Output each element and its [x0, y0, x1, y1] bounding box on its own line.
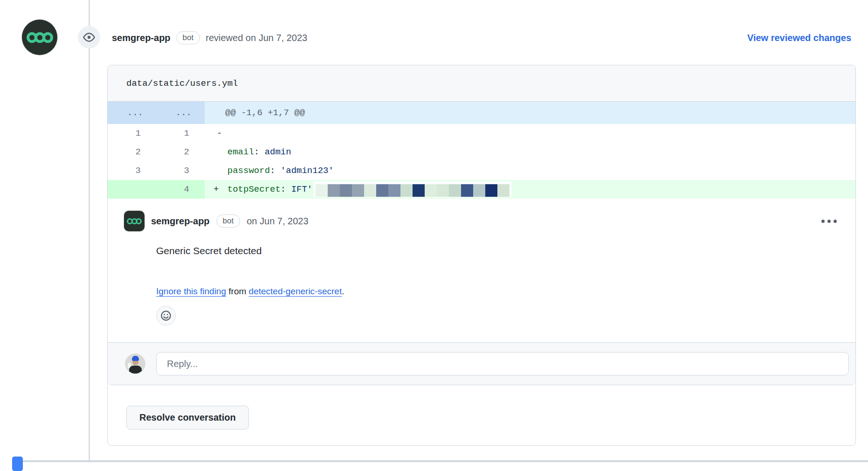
review-author[interactable]: semgrep-app: [112, 33, 171, 43]
diff-row: 33 password: 'admin123': [108, 161, 855, 180]
diff-table: ... ... @@ -1,6 +1,7 @@ 11-22 email: adm…: [108, 102, 855, 199]
diff-code-line: password: 'admin123': [205, 161, 855, 180]
reply-input[interactable]: [156, 352, 849, 375]
hunk-gutter-old: ...: [108, 102, 156, 124]
section-divider: [21, 460, 868, 462]
timeline-line: [89, 0, 90, 461]
comment-body: Generic Secret detected Ignore this find…: [156, 245, 839, 326]
comment-date: on Jun 7, 2023: [247, 216, 308, 227]
comment-author-avatar[interactable]: [124, 211, 145, 231]
semgrep-logo-icon: [127, 218, 142, 224]
diff-hunk-row: ... ... @@ -1,6 +1,7 @@: [108, 102, 855, 124]
line-number-new: 4: [156, 180, 205, 199]
resolve-conversation-button[interactable]: Resolve conversation: [126, 406, 249, 429]
ignore-finding-link[interactable]: Ignore this finding: [156, 286, 226, 296]
resolve-area: Resolve conversation: [108, 386, 249, 429]
diff-code-line: email: admin: [205, 143, 855, 161]
period-text: .: [342, 286, 344, 296]
line-number-new: 1: [156, 124, 205, 143]
hunk-header-text: @@ -1,6 +1,7 @@: [205, 102, 855, 124]
pr-review-timeline-item: semgrep-app bot reviewed on Jun 7, 2023 …: [0, 0, 868, 471]
diff-file-header[interactable]: data/static/users.yml: [108, 65, 855, 102]
line-number-old: [108, 180, 156, 199]
finding-links: Ignore this finding from detected-generi…: [156, 286, 839, 297]
diff-row: 11-: [108, 124, 855, 143]
comment-header: semgrep-app bot on Jun 7, 2023: [124, 211, 839, 231]
comment-section: semgrep-app bot on Jun 7, 2023 Generic S…: [108, 199, 855, 326]
diff-filename[interactable]: data/static/users.yml: [126, 78, 238, 89]
diff-code-line: -: [205, 124, 855, 143]
line-number-old: 3: [108, 161, 156, 180]
add-reaction-button[interactable]: [156, 306, 176, 326]
hunk-gutter-new: ...: [156, 102, 205, 124]
eye-review-icon: [78, 26, 100, 48]
bot-badge: bot: [176, 31, 200, 44]
diff-row: 4+ totpSecret: IFT': [108, 180, 855, 199]
user-avatar[interactable]: [125, 354, 145, 374]
comment-options-kebab-icon[interactable]: [820, 216, 839, 227]
review-header: semgrep-app bot reviewed on Jun 7, 2023: [112, 31, 307, 45]
diff-code-line: + totpSecret: IFT': [205, 180, 855, 199]
smiley-icon: [160, 310, 172, 321]
bot-badge: bot: [216, 215, 241, 228]
reply-section: [108, 342, 855, 385]
page-corner-marker: [12, 457, 23, 471]
line-number-new: 3: [156, 161, 205, 180]
review-action-text: reviewed on Jun 7, 2023: [206, 33, 307, 43]
redacted-secret: [314, 181, 511, 197]
diff-row: 22 email: admin: [108, 143, 855, 161]
line-number-old: 2: [108, 143, 156, 161]
line-number-new: 2: [156, 143, 205, 161]
diff-rows: 11-22 email: admin33 password: 'admin123…: [108, 124, 855, 199]
comment-author[interactable]: semgrep-app: [151, 216, 210, 227]
rule-link[interactable]: detected-generic-secret: [249, 286, 342, 296]
finding-title: Generic Secret detected: [156, 245, 839, 256]
semgrep-logo-icon: [27, 32, 53, 43]
view-reviewed-changes-link[interactable]: View reviewed changes: [747, 33, 851, 43]
from-text: from: [226, 286, 249, 296]
semgrep-bot-avatar[interactable]: [22, 20, 57, 55]
review-thread-card: data/static/users.yml ... ... @@ -1,6 +1…: [107, 65, 856, 446]
line-number-old: 1: [108, 124, 156, 143]
